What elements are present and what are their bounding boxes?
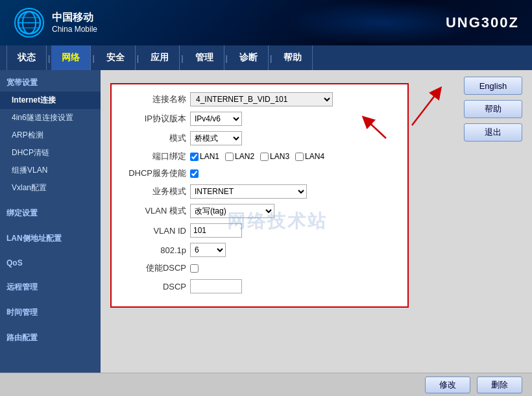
- dhcp-enable-checkbox[interactable]: [190, 169, 199, 178]
- logo-en: China Mobile: [52, 25, 97, 35]
- sidebar-item-vxlan[interactable]: Vxlan配置: [0, 179, 101, 197]
- form-row-8021p: 802.1p 6 0123457: [121, 243, 398, 257]
- delete-button[interactable]: 删除: [477, 377, 522, 393]
- sidebar-item-internet[interactable]: Internet连接: [0, 92, 101, 109]
- dscp-enable-checkbox[interactable]: [190, 264, 199, 273]
- service-mode-select[interactable]: INTERNET TR069 VOIP: [190, 184, 307, 199]
- port-bind-checkboxes: LAN1 LAN2 LAN3 LAN4: [190, 152, 324, 161]
- svg-line-6: [412, 92, 438, 125]
- logo-cn: 中国移动: [52, 11, 97, 25]
- sidebar-group-title-qos[interactable]: QoS: [0, 255, 101, 271]
- vlan-id-input[interactable]: [190, 223, 242, 238]
- vlan-mode-label: VLAN 模式: [121, 205, 186, 217]
- form-row-connection-name: 连接名称 4_INTERNET_B_VID_101: [121, 92, 398, 106]
- lan2-checkbox-label[interactable]: LAN2: [225, 152, 254, 161]
- lan4-label: LAN4: [305, 152, 324, 161]
- form-row-vlan-id: VLAN ID: [121, 223, 398, 238]
- modify-button[interactable]: 修改: [425, 377, 470, 393]
- nav-item-network[interactable]: 网络: [51, 45, 91, 70]
- nav-item-manage[interactable]: 管理: [185, 45, 224, 70]
- mode-select[interactable]: 桥模式 路由模式: [190, 131, 242, 145]
- lan1-checkbox[interactable]: [190, 153, 199, 161]
- lan2-checkbox[interactable]: [225, 153, 234, 161]
- form-row-dscp-enable: 使能DSCP: [121, 262, 398, 274]
- help-button[interactable]: 帮助: [464, 100, 522, 118]
- lan1-label: LAN1: [200, 152, 219, 161]
- logo-icon: [13, 6, 45, 39]
- 8021p-label: 802.1p: [121, 245, 186, 255]
- form-row-dhcp-enable: DHCP服务使能: [121, 167, 398, 179]
- sidebar-group-lan: LAN侧地址配置: [0, 226, 101, 251]
- ip-version-select[interactable]: IPv4/v6 IPv4 IPv6: [190, 112, 242, 126]
- english-button[interactable]: English: [464, 77, 522, 95]
- sidebar-group-title-remote[interactable]: 远程管理: [0, 278, 101, 296]
- content-area: 网络技术站 连接名称 4_INTERNET_B_VID_101 IP协议版本 I…: [101, 70, 454, 373]
- form-row-port-bind: 端口绑定 LAN1 LAN2 LAN3: [121, 151, 398, 162]
- vlan-mode-select[interactable]: 改写(tag) 透传 不处理: [190, 204, 274, 218]
- lan4-checkbox-label[interactable]: LAN4: [295, 152, 324, 161]
- form-row-ip-version: IP协议版本 IPv4/v6 IPv4 IPv6: [121, 112, 398, 126]
- right-panel: English 帮助 退出: [454, 70, 532, 373]
- sidebar-group-route: 路由配置: [0, 325, 101, 351]
- lan3-label: LAN3: [270, 152, 289, 161]
- sidebar-item-arp[interactable]: ARP检测: [0, 127, 101, 144]
- dscp-enable-label: 使能DSCP: [121, 262, 186, 274]
- logout-button[interactable]: 退出: [464, 123, 522, 142]
- logo-area: 中国移动 China Mobile: [13, 6, 97, 39]
- vlan-id-label: VLAN ID: [121, 226, 186, 236]
- form-box: 连接名称 4_INTERNET_B_VID_101 IP协议版本 IPv4/v6…: [110, 83, 409, 308]
- nav-item-security[interactable]: 安全: [96, 45, 136, 70]
- sidebar-group-time: 时间管理: [0, 300, 101, 325]
- form-row-vlan-mode: VLAN 模式 改写(tag) 透传 不处理: [121, 204, 398, 218]
- nav-bar: 状态 | 网络 | 安全 | 应用 | 管理 | 诊断 | 帮助: [0, 45, 532, 70]
- logo-text: 中国移动 China Mobile: [52, 11, 97, 34]
- form-row-dscp: DSCP: [121, 279, 398, 293]
- nav-item-help[interactable]: 帮助: [273, 45, 313, 70]
- dscp-label: DSCP: [121, 282, 186, 291]
- sidebar-group-title-lan[interactable]: LAN侧地址配置: [0, 230, 101, 247]
- sidebar-group-title-broadband: 宽带设置: [0, 74, 101, 92]
- header: 中国移动 China Mobile UNG300Z: [0, 0, 532, 45]
- sidebar-group-broadband: 宽带设置 Internet连接 4in6隧道连接设置 ARP检测 DHCP清链 …: [0, 70, 101, 201]
- sidebar: 宽带设置 Internet连接 4in6隧道连接设置 ARP检测 DHCP清链 …: [0, 70, 101, 373]
- footer: 修改 删除: [0, 373, 532, 396]
- mode-label: 模式: [121, 132, 186, 144]
- brand-name: UNG300Z: [446, 14, 519, 31]
- sidebar-group-title-bind: 绑定设置: [0, 204, 101, 222]
- nav-item-status[interactable]: 状态: [6, 45, 47, 70]
- connection-name-label: 连接名称: [121, 93, 186, 105]
- dhcp-enable-label: DHCP服务使能: [121, 167, 186, 179]
- sidebar-group-remote: 远程管理: [0, 275, 101, 300]
- sidebar-group-title-time[interactable]: 时间管理: [0, 304, 101, 321]
- lan3-checkbox[interactable]: [260, 153, 269, 161]
- service-mode-label: 业务模式: [121, 186, 186, 197]
- sidebar-item-dhcp-clear[interactable]: DHCP清链: [0, 144, 101, 162]
- lan2-label: LAN2: [235, 152, 254, 161]
- nav-item-diagnose[interactable]: 诊断: [229, 45, 269, 70]
- form-row-mode: 模式 桥模式 路由模式: [121, 131, 398, 145]
- nav-item-apps[interactable]: 应用: [140, 45, 180, 70]
- 8021p-select[interactable]: 6 0123457: [190, 243, 226, 257]
- sidebar-group-qos: QoS: [0, 251, 101, 275]
- dscp-input[interactable]: [190, 279, 242, 293]
- lan1-checkbox-label[interactable]: LAN1: [190, 152, 219, 161]
- port-bind-label: 端口绑定: [121, 151, 186, 162]
- lan3-checkbox-label[interactable]: LAN3: [260, 152, 289, 161]
- ip-version-label: IP协议版本: [121, 113, 186, 125]
- sidebar-group-title-route[interactable]: 路由配置: [0, 329, 101, 347]
- sidebar-item-multicast-vlan[interactable]: 组播VLAN: [0, 162, 101, 179]
- connection-name-select[interactable]: 4_INTERNET_B_VID_101: [190, 92, 333, 106]
- lan4-checkbox[interactable]: [295, 153, 304, 161]
- form-row-service-mode: 业务模式 INTERNET TR069 VOIP: [121, 184, 398, 199]
- sidebar-item-4in6[interactable]: 4in6隧道连接设置: [0, 109, 101, 127]
- sidebar-group-bind: 绑定设置: [0, 201, 101, 226]
